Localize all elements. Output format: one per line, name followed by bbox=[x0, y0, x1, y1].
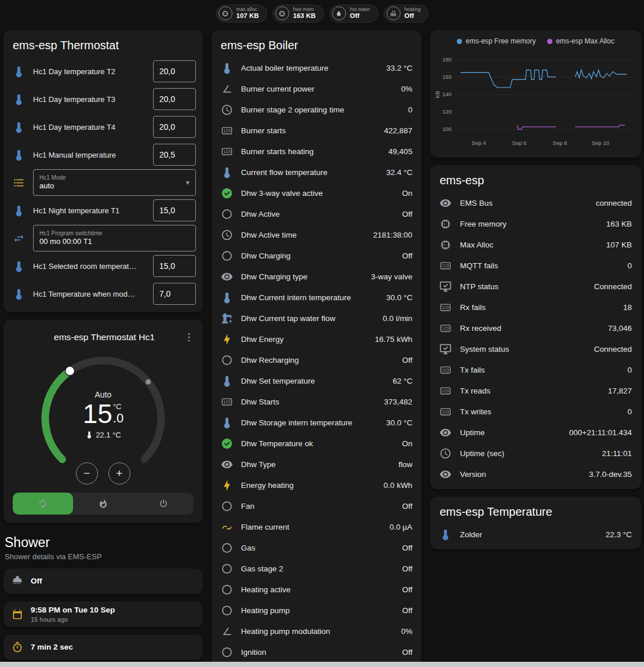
entity-label: Dhw Active time bbox=[241, 231, 365, 239]
entity-row[interactable]: 123Tx writes0 bbox=[430, 401, 641, 422]
text-input[interactable]: Hc1 Program switchtime00 mo 00:00 T1 bbox=[33, 225, 196, 252]
entity-row[interactable]: 123Tx reads17,827 bbox=[430, 380, 641, 401]
entity-row[interactable]: NTP statusConnected bbox=[430, 276, 641, 297]
status-badge[interactable]: hot waterOff bbox=[329, 5, 379, 23]
entity-row[interactable]: Current flow temperature32.4 °C bbox=[212, 162, 422, 183]
entity-label: Dhw Starts bbox=[241, 398, 376, 406]
entity-label: Dhw Temperature ok bbox=[241, 439, 394, 448]
entity-row[interactable]: 123Burner starts422,887 bbox=[212, 120, 422, 141]
entity-label: Flame current bbox=[241, 523, 381, 531]
entity-row[interactable]: Dhw ChargingOff bbox=[212, 245, 422, 266]
entity-row[interactable]: Heating pump modulation0% bbox=[212, 621, 422, 642]
counter-icon: 123 bbox=[221, 125, 233, 137]
dial-secondary-dot bbox=[145, 380, 151, 385]
mode-select[interactable]: Hc1 Modeauto▾ bbox=[33, 169, 196, 196]
temperature-stepper: − + bbox=[3, 462, 203, 484]
number-input[interactable]: 20,0 bbox=[153, 116, 196, 138]
entity-row[interactable]: IgnitionOff bbox=[212, 642, 422, 662]
entity-row[interactable]: EMS Busconnected bbox=[430, 192, 641, 213]
horizontal-scrollbar[interactable] bbox=[0, 662, 644, 667]
entity-row[interactable]: 123Rx received73,046 bbox=[430, 318, 641, 338]
entity-row[interactable]: Gas stage 2Off bbox=[212, 558, 422, 579]
entity-label: Hc1 Manual temperature bbox=[33, 151, 116, 159]
entity-row[interactable]: 123Rx fails18 bbox=[430, 297, 641, 318]
entity-row[interactable]: Energy heating0.0 kWh bbox=[212, 475, 422, 495]
entity-value: 32.4 °C bbox=[386, 168, 412, 177]
entity-label: Actual boiler temperature bbox=[241, 64, 378, 72]
entity-row[interactable]: Dhw Typeflow bbox=[212, 454, 422, 475]
entity-row[interactable]: 123Tx fails0 bbox=[430, 359, 641, 380]
mini-text: 9:58 PM on Tue 10 Sep15 hours ago bbox=[31, 605, 115, 624]
entity-row[interactable]: Zolder22.3 °C bbox=[430, 524, 641, 545]
entity-value: On bbox=[402, 439, 412, 448]
svg-text:123: 123 bbox=[223, 128, 230, 133]
entity-row[interactable]: Dhw Storage intern temperature30.0 °C bbox=[212, 412, 422, 433]
entity-row[interactable]: GasOff bbox=[212, 537, 422, 558]
entity-row[interactable]: Burner current power0% bbox=[212, 78, 422, 99]
timer-icon bbox=[12, 642, 23, 653]
entity-row[interactable]: Uptime (sec)21:11:01 bbox=[430, 443, 641, 464]
number-input[interactable]: 15,0 bbox=[153, 255, 196, 277]
entity-row[interactable]: Dhw Charging type3-way valve bbox=[212, 266, 422, 287]
entity-row[interactable]: Flame current0.0 µA bbox=[212, 516, 422, 537]
number-input[interactable]: 20,0 bbox=[153, 88, 196, 110]
entity-row[interactable]: Version3.7.0-dev.35 bbox=[430, 464, 641, 484]
shower-time-card[interactable]: 9:58 PM on Tue 10 Sep15 hours ago bbox=[3, 602, 203, 627]
entity-row[interactable]: Dhw 3-way valve activeOn bbox=[212, 183, 422, 203]
number-input[interactable]: 15,0 bbox=[153, 199, 196, 221]
entity-value: Off bbox=[402, 252, 413, 260]
mode-auto-button[interactable] bbox=[13, 493, 73, 515]
card-title: ems-esp Thermostat Hc1 bbox=[13, 332, 179, 342]
number-input[interactable]: 20,0 bbox=[153, 60, 196, 82]
list-icon bbox=[13, 177, 25, 189]
entity-row[interactable]: Actual boiler temperature33.2 °C bbox=[212, 57, 422, 78]
svg-text:100: 100 bbox=[443, 126, 452, 132]
decrease-temp-button[interactable]: − bbox=[76, 462, 98, 484]
legend-item[interactable]: ems-esp Max Alloc bbox=[547, 37, 614, 45]
top-badge-bar: max alloc107 KBfree mem163 KBhot waterOf… bbox=[0, 0, 644, 27]
entity-value: Connected bbox=[594, 345, 632, 353]
entity-value: 30.0 °C bbox=[386, 418, 412, 427]
entity-row[interactable]: Burner stage 2 operating time0 bbox=[212, 99, 422, 120]
increase-temp-button[interactable]: + bbox=[108, 462, 130, 484]
shower-duration-card[interactable]: 7 min 2 sec bbox=[3, 635, 203, 660]
number-input[interactable]: 7,0 bbox=[153, 283, 196, 305]
mode-heat-button[interactable] bbox=[73, 493, 133, 515]
memory-history-chart[interactable]: 100120140160180Sep 4Sep 6Sep 8Sep 10KB bbox=[434, 48, 638, 155]
dial-handle[interactable] bbox=[65, 366, 74, 376]
entity-row[interactable]: Heating activeOff bbox=[212, 579, 422, 600]
entity-row[interactable]: Max Alloc107 KB bbox=[430, 234, 641, 255]
status-badge[interactable]: free mem163 KB bbox=[272, 5, 324, 23]
entity-row[interactable]: Dhw Current tap water flow0.0 l/min bbox=[212, 308, 422, 329]
badge-text: max alloc107 KB bbox=[237, 7, 259, 20]
entity-row[interactable]: System statusConnected bbox=[430, 338, 641, 359]
entity-row[interactable]: Dhw ActiveOff bbox=[212, 203, 422, 224]
entity-row[interactable]: Uptime000+21:11:01.434 bbox=[430, 422, 641, 443]
circle-icon bbox=[221, 563, 233, 575]
status-badge[interactable]: max alloc107 KB bbox=[216, 5, 267, 23]
entity-row[interactable]: Dhw Energy16.75 kWh bbox=[212, 329, 422, 349]
entity-row[interactable]: 123Burner starts heating49,405 bbox=[212, 141, 422, 162]
entity-row[interactable]: Dhw Temperature okOn bbox=[212, 433, 422, 454]
circle-icon bbox=[221, 542, 233, 554]
entity-row[interactable]: 123Dhw Starts373,482 bbox=[212, 391, 422, 412]
entity-row[interactable]: FanOff bbox=[212, 495, 422, 516]
entity-row[interactable]: Dhw Set temperature62 °C bbox=[212, 370, 422, 391]
entity-row[interactable]: Free memory163 KB bbox=[430, 213, 641, 234]
entity-row[interactable]: Dhw Active time2181:38:00 bbox=[212, 224, 422, 245]
svg-text:123: 123 bbox=[223, 149, 230, 154]
status-badge[interactable]: heatingOff bbox=[384, 5, 429, 23]
more-options-button[interactable] bbox=[179, 327, 199, 348]
thermostat-row: Hc1 Day temperature T320,0 bbox=[3, 85, 203, 113]
entity-row[interactable]: Heating pumpOff bbox=[212, 600, 422, 621]
number-input[interactable]: 20,5 bbox=[153, 144, 196, 166]
entity-row[interactable]: Dhw Current intern temperature30.0 °C bbox=[212, 287, 422, 308]
badge-text: heatingOff bbox=[405, 7, 421, 20]
entity-row[interactable]: Dhw RechargingOff bbox=[212, 349, 422, 370]
legend-item[interactable]: ems-esp Free memory bbox=[457, 37, 536, 45]
entity-row[interactable]: 123MQTT fails0 bbox=[430, 255, 641, 276]
mode-off-button[interactable] bbox=[133, 493, 194, 515]
entity-label: Dhw Type bbox=[241, 460, 391, 469]
shower-state-card[interactable]: Off bbox=[3, 568, 203, 594]
entity-label: Burner starts bbox=[241, 126, 376, 135]
